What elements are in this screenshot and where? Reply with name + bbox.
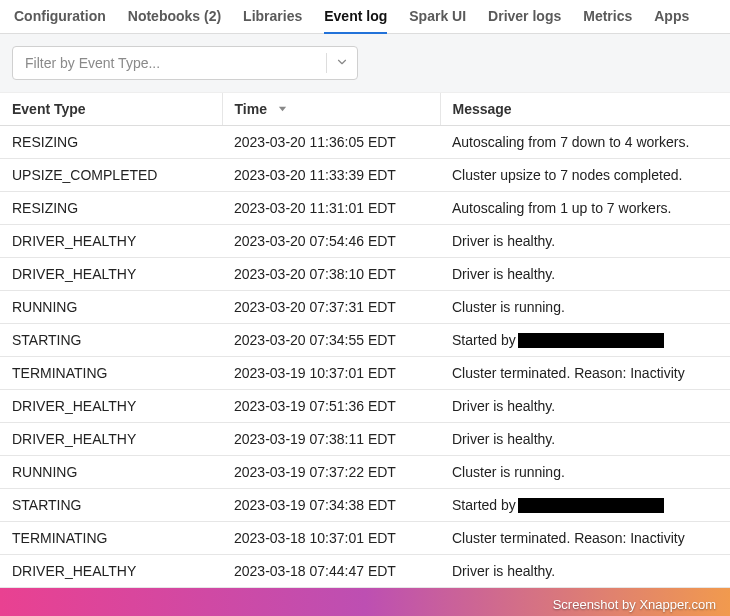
table-row[interactable]: RESIZING2023-03-20 11:36:05 EDTAutoscali… (0, 126, 730, 159)
event-log-table: Event Type Time Message RESIZING2023-03-… (0, 93, 730, 588)
tab-bar: ConfigurationNotebooks (2)LibrariesEvent… (0, 0, 730, 34)
tab-apps[interactable]: Apps (654, 8, 689, 34)
cell-time: 2023-03-18 07:44:47 EDT (222, 555, 440, 588)
sort-desc-icon (277, 101, 288, 117)
message-text: Cluster terminated. Reason: Inactivity (452, 365, 685, 381)
svg-marker-0 (279, 107, 286, 112)
table-row[interactable]: TERMINATING2023-03-18 10:37:01 EDTCluste… (0, 522, 730, 555)
message-text: Cluster is running. (452, 464, 565, 480)
message-text: Autoscaling from 7 down to 4 workers. (452, 134, 689, 150)
cell-message: Started by (440, 324, 730, 357)
table-row[interactable]: DRIVER_HEALTHY2023-03-18 07:44:47 EDTDri… (0, 555, 730, 588)
table-row[interactable]: RESIZING2023-03-20 11:31:01 EDTAutoscali… (0, 192, 730, 225)
cell-time: 2023-03-20 07:38:10 EDT (222, 258, 440, 291)
tab-event-log[interactable]: Event log (324, 8, 387, 34)
table-row[interactable]: RUNNING2023-03-19 07:37:22 EDTCluster is… (0, 456, 730, 489)
tab-libraries[interactable]: Libraries (243, 8, 302, 34)
header-label: Time (235, 101, 267, 117)
message-text: Cluster is running. (452, 299, 565, 315)
tab-spark-ui[interactable]: Spark UI (409, 8, 466, 34)
tab-driver-logs[interactable]: Driver logs (488, 8, 561, 34)
table-row[interactable]: DRIVER_HEALTHY2023-03-19 07:51:36 EDTDri… (0, 390, 730, 423)
cell-time: 2023-03-18 10:37:01 EDT (222, 522, 440, 555)
redacted-block (518, 333, 664, 348)
message-text: Started by (452, 332, 516, 348)
cell-event-type: DRIVER_HEALTHY (0, 390, 222, 423)
message-text: Driver is healthy. (452, 431, 555, 447)
message-text: Cluster terminated. Reason: Inactivity (452, 530, 685, 546)
table-row[interactable]: DRIVER_HEALTHY2023-03-19 07:38:11 EDTDri… (0, 423, 730, 456)
tab-configuration[interactable]: Configuration (14, 8, 106, 34)
cell-event-type: DRIVER_HEALTHY (0, 225, 222, 258)
cell-message: Cluster upsize to 7 nodes completed. (440, 159, 730, 192)
cell-event-type: UPSIZE_COMPLETED (0, 159, 222, 192)
cell-event-type: TERMINATING (0, 522, 222, 555)
message-text: Driver is healthy. (452, 563, 555, 579)
cell-time: 2023-03-20 11:33:39 EDT (222, 159, 440, 192)
redacted-block (518, 498, 664, 513)
cell-event-type: DRIVER_HEALTHY (0, 423, 222, 456)
cell-time: 2023-03-20 11:36:05 EDT (222, 126, 440, 159)
cell-message: Driver is healthy. (440, 258, 730, 291)
cell-message: Driver is healthy. (440, 423, 730, 456)
cell-time: 2023-03-19 07:51:36 EDT (222, 390, 440, 423)
cell-time: 2023-03-20 07:54:46 EDT (222, 225, 440, 258)
table-row[interactable]: RUNNING2023-03-20 07:37:31 EDTCluster is… (0, 291, 730, 324)
cell-message: Cluster is running. (440, 456, 730, 489)
cell-message: Autoscaling from 1 up to 7 workers. (440, 192, 730, 225)
cell-time: 2023-03-20 11:31:01 EDT (222, 192, 440, 225)
cell-time: 2023-03-20 07:37:31 EDT (222, 291, 440, 324)
cell-message: Driver is healthy. (440, 225, 730, 258)
table-row[interactable]: UPSIZE_COMPLETED2023-03-20 11:33:39 EDTC… (0, 159, 730, 192)
filter-placeholder: Filter by Event Type... (25, 55, 160, 71)
cell-event-type: DRIVER_HEALTHY (0, 555, 222, 588)
cell-event-type: TERMINATING (0, 357, 222, 390)
watermark-text: Screenshot by Xnapper.com (553, 597, 716, 612)
cell-time: 2023-03-19 10:37:01 EDT (222, 357, 440, 390)
filter-separator (326, 53, 327, 73)
table-row[interactable]: DRIVER_HEALTHY2023-03-20 07:54:46 EDTDri… (0, 225, 730, 258)
cell-event-type: RESIZING (0, 192, 222, 225)
header-label: Event Type (12, 101, 86, 117)
message-text: Cluster upsize to 7 nodes completed. (452, 167, 682, 183)
filter-event-type-select[interactable]: Filter by Event Type... (12, 46, 358, 80)
cell-message: Autoscaling from 7 down to 4 workers. (440, 126, 730, 159)
message-text: Driver is healthy. (452, 233, 555, 249)
cell-event-type: RUNNING (0, 456, 222, 489)
cell-event-type: RESIZING (0, 126, 222, 159)
cell-event-type: RUNNING (0, 291, 222, 324)
cell-message: Cluster terminated. Reason: Inactivity (440, 522, 730, 555)
cell-message: Started by (440, 489, 730, 522)
chevron-down-icon (335, 55, 349, 72)
table-row[interactable]: STARTING2023-03-20 07:34:55 EDTStarted b… (0, 324, 730, 357)
cell-message: Driver is healthy. (440, 390, 730, 423)
cell-event-type: DRIVER_HEALTHY (0, 258, 222, 291)
cell-event-type: STARTING (0, 324, 222, 357)
table-row[interactable]: STARTING2023-03-19 07:34:38 EDTStarted b… (0, 489, 730, 522)
header-label: Message (453, 101, 512, 117)
table-row[interactable]: DRIVER_HEALTHY2023-03-20 07:38:10 EDTDri… (0, 258, 730, 291)
column-header-message[interactable]: Message (440, 93, 730, 126)
cell-time: 2023-03-19 07:38:11 EDT (222, 423, 440, 456)
message-text: Started by (452, 497, 516, 513)
message-text: Driver is healthy. (452, 398, 555, 414)
tab-notebooks-2[interactable]: Notebooks (2) (128, 8, 221, 34)
cell-message: Driver is healthy. (440, 555, 730, 588)
tab-metrics[interactable]: Metrics (583, 8, 632, 34)
cell-message: Cluster is running. (440, 291, 730, 324)
screenshot-watermark: Screenshot by Xnapper.com (0, 588, 730, 616)
cell-time: 2023-03-19 07:34:38 EDT (222, 489, 440, 522)
message-text: Autoscaling from 1 up to 7 workers. (452, 200, 671, 216)
column-header-event-type[interactable]: Event Type (0, 93, 222, 126)
cell-time: 2023-03-19 07:37:22 EDT (222, 456, 440, 489)
cell-message: Cluster terminated. Reason: Inactivity (440, 357, 730, 390)
column-header-time[interactable]: Time (222, 93, 440, 126)
cell-event-type: STARTING (0, 489, 222, 522)
table-row[interactable]: TERMINATING2023-03-19 10:37:01 EDTCluste… (0, 357, 730, 390)
cell-time: 2023-03-20 07:34:55 EDT (222, 324, 440, 357)
filter-bar: Filter by Event Type... (0, 34, 730, 93)
message-text: Driver is healthy. (452, 266, 555, 282)
